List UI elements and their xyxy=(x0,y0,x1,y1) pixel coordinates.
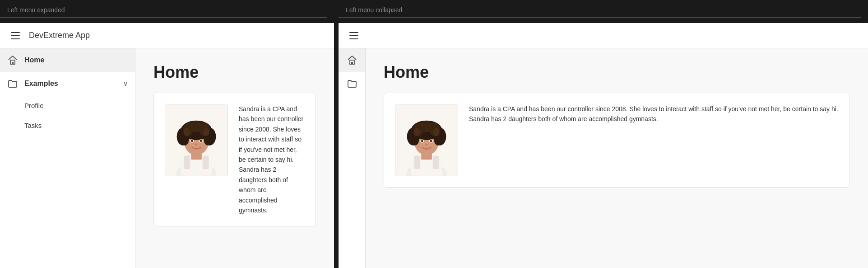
right-menu-collapsed-panel: Left menu collapsed xyxy=(339,0,868,268)
hamburger-line-2 xyxy=(11,35,20,36)
svg-rect-1 xyxy=(12,62,14,64)
home-icon xyxy=(7,55,18,66)
left-menu-expanded-panel: Left menu expanded DevExtreme App xyxy=(0,0,334,268)
left-profile-card: Sandra is a CPA and has been our control… xyxy=(153,93,316,226)
right-panel-label: Left menu collapsed xyxy=(339,0,868,17)
svg-point-38 xyxy=(411,135,419,146)
left-hamburger-button[interactable] xyxy=(7,28,23,44)
left-app-header: DevExtreme App xyxy=(0,23,334,48)
right-profile-card: Sandra is a CPA and has been our control… xyxy=(384,93,850,188)
svg-point-37 xyxy=(418,122,434,132)
svg-rect-7 xyxy=(203,156,209,169)
svg-point-40 xyxy=(413,128,420,136)
right-folder-icon xyxy=(347,78,357,89)
sidebar-item-tasks[interactable]: Tasks xyxy=(0,115,135,135)
svg-point-41 xyxy=(433,128,440,136)
sidebar-item-home[interactable]: Home xyxy=(0,48,135,72)
svg-point-17 xyxy=(183,128,190,136)
left-app-body: Home Examples ∨ Profile xyxy=(0,48,334,268)
left-main-content: Home xyxy=(135,48,334,268)
left-app-frame: DevExtreme App Home xyxy=(0,23,334,268)
panel-separator xyxy=(334,0,339,268)
right-avatar-container xyxy=(395,104,458,176)
folder-icon xyxy=(7,78,18,89)
sidebar-profile-label: Profile xyxy=(24,102,44,109)
hamburger-line-1 xyxy=(11,32,20,33)
left-page-title: Home xyxy=(153,63,316,82)
sidebar-examples-label: Examples xyxy=(24,80,58,88)
svg-point-44 xyxy=(421,140,423,142)
svg-point-15 xyxy=(181,135,189,146)
svg-point-22 xyxy=(200,140,202,142)
right-sidebar-item-examples[interactable] xyxy=(339,72,365,95)
sidebar-tasks-label: Tasks xyxy=(24,122,42,129)
svg-point-18 xyxy=(203,128,209,136)
left-sidebar: Home Examples ∨ Profile xyxy=(0,48,135,268)
svg-point-39 xyxy=(434,135,442,146)
right-app-frame: Home xyxy=(339,23,868,268)
left-panel-label: Left menu expanded xyxy=(0,0,334,17)
svg-point-14 xyxy=(188,122,204,132)
left-avatar-container xyxy=(165,104,228,176)
right-main-content: Home xyxy=(366,48,868,268)
svg-point-21 xyxy=(191,140,193,142)
right-sidebar-collapsed xyxy=(339,48,366,268)
right-hamburger-line-2 xyxy=(349,35,358,36)
sidebar-item-profile[interactable]: Profile xyxy=(0,95,135,115)
svg-rect-29 xyxy=(414,156,420,169)
right-bio-text: Sandra is a CPA and has been our control… xyxy=(469,104,839,176)
right-app-header xyxy=(339,23,868,48)
svg-rect-30 xyxy=(433,156,439,169)
chevron-down-icon: ∨ xyxy=(123,80,128,87)
right-app-body: Home xyxy=(339,48,868,268)
left-app-title: DevExtreme App xyxy=(29,31,90,40)
right-page-title: Home xyxy=(384,63,850,82)
right-hamburger-line-1 xyxy=(349,32,358,33)
right-home-icon xyxy=(347,55,357,66)
svg-point-16 xyxy=(204,135,212,146)
hamburger-line-3 xyxy=(11,38,20,39)
right-avatar-image xyxy=(395,104,458,176)
svg-point-45 xyxy=(430,140,432,142)
left-avatar-image xyxy=(165,104,227,176)
left-bio-text: Sandra is a CPA and has been our control… xyxy=(239,104,305,215)
svg-rect-6 xyxy=(184,156,190,169)
right-sidebar-item-home[interactable] xyxy=(339,48,365,72)
right-hamburger-line-3 xyxy=(349,38,358,39)
sidebar-item-examples[interactable]: Examples ∨ xyxy=(0,72,135,95)
sidebar-home-label: Home xyxy=(24,56,44,64)
right-hamburger-button[interactable] xyxy=(346,28,362,44)
svg-rect-24 xyxy=(351,62,353,64)
